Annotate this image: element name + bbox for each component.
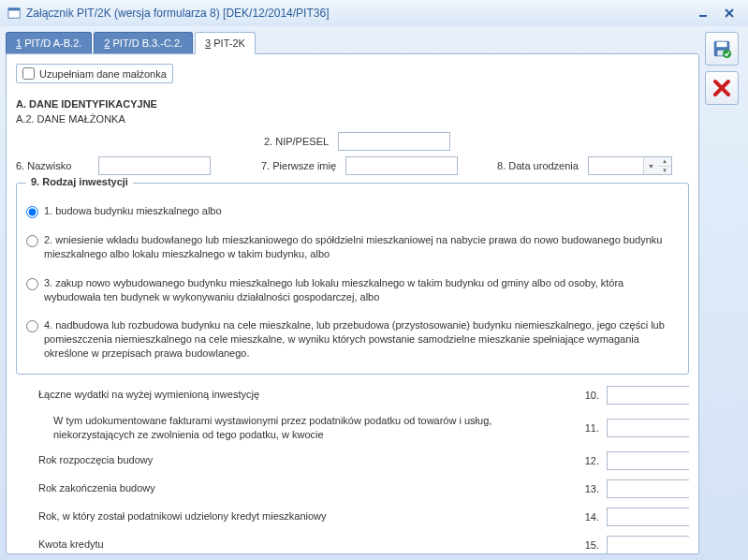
app-icon (7, 7, 21, 20)
data-urodzenia-dropdown[interactable]: ▼ ▲ ▼ (588, 156, 672, 175)
rodzaj-inwestycji-title: 9. Rodzaj inwestycji (26, 176, 133, 187)
tab-pit2k[interactable]: 3 PIT-2K (195, 32, 256, 54)
row14-input-wrap: ▲▼ (607, 508, 689, 526)
row15-label: Kwota kredytu (38, 538, 569, 552)
row12-label: Rok rozpoczęcia budowy (38, 453, 569, 467)
nazwisko-input[interactable] (98, 156, 211, 175)
chevron-down-icon[interactable]: ▼ (643, 157, 658, 174)
row13-input-wrap: ▲▼ (607, 479, 689, 498)
inv-radio-2[interactable] (26, 235, 38, 247)
titlebar: Załącznik PIT/2K (wersja formularza 8) [… (0, 0, 748, 26)
row13-input[interactable] (608, 480, 699, 497)
form-panel: Uzupełniam dane małżonka A. DANE IDENTYF… (6, 53, 699, 554)
nip-input[interactable] (338, 132, 450, 151)
imie-input[interactable] (345, 156, 458, 175)
spouse-checkbox-label: Uzupełniam dane małżonka (39, 68, 167, 80)
rodzaj-inwestycji-group: 9. Rodzaj inwestycji 1. budowa budynku m… (16, 183, 689, 375)
date-spin-down[interactable]: ▼ (658, 167, 671, 175)
spouse-checkbox-row[interactable]: Uzupełniam dane małżonka (16, 64, 173, 83)
inv-radio-1[interactable] (26, 206, 38, 218)
cancel-button[interactable] (705, 71, 739, 105)
row14-label: Rok, w który został podatnikowi udzielon… (38, 509, 569, 523)
inv-radio-4[interactable] (26, 320, 38, 332)
row12-num: 12. (569, 455, 599, 466)
row11-num: 11. (569, 422, 599, 434)
inv-label-2: 2. wniesienie wkładu budowlanego lub mie… (44, 233, 679, 261)
close-x-icon (712, 79, 731, 97)
side-toolbar (705, 32, 742, 554)
row10-num: 10. (569, 390, 599, 401)
row13-num: 13. (569, 483, 599, 494)
row10-label: Łączne wydatki na wyżej wymienioną inwes… (38, 388, 569, 402)
section-a-subtitle: A.2. DANE MAŁŻONKA (16, 113, 689, 125)
inv-label-4: 4. nadbudowa lub rozbudowa budynku na ce… (44, 318, 679, 361)
tab-pitd-b3c2[interactable]: 2 PIT/D B.3.-C.2. (94, 32, 193, 54)
imie-label: 7. Pierwsze imię (261, 160, 336, 171)
row12-input-wrap: ▲▼ (607, 451, 689, 470)
save-button[interactable] (705, 32, 739, 66)
svg-rect-6 (717, 42, 727, 48)
tab-pitd-ab2[interactable]: 1 PIT/D A-B.2. (6, 32, 92, 54)
row14-input[interactable] (608, 508, 699, 525)
nazwisko-label: 6. Nazwisko (16, 160, 89, 171)
row15-num: 15. (569, 539, 599, 551)
row10-input[interactable] (608, 387, 699, 404)
row11-input[interactable] (608, 420, 699, 436)
row11-label: W tym udokumentowane fakturami wystawion… (53, 414, 569, 442)
inv-label-1: 1. budowa budynku mieszkalnego albo (44, 204, 222, 218)
row13-label: Rok zakończenia budowy (38, 481, 569, 495)
close-button[interactable] (718, 5, 741, 22)
tab-bar: 1 PIT/D A-B.2. 2 PIT/D B.3.-C.2. 3 PIT-2… (6, 32, 699, 54)
data-label: 8. Data urodzenia (497, 160, 579, 171)
inv-label-3: 3. zakup nowo wybudowanego budynku miesz… (44, 276, 679, 304)
inv-radio-3[interactable] (26, 278, 38, 290)
window-title: Załącznik PIT/2K (wersja formularza 8) [… (26, 7, 329, 20)
svg-point-8 (723, 50, 731, 58)
row11-input-wrap: ▲▼ (607, 419, 689, 437)
row15-input[interactable] (608, 537, 699, 553)
row10-input-wrap: ▲▼ (607, 386, 689, 405)
data-urodzenia-value (589, 157, 643, 174)
row15-input-wrap: ▲▼ (607, 536, 689, 554)
section-a-title: A. DANE IDENTYFIKACYJNE (16, 98, 689, 110)
svg-rect-1 (8, 8, 20, 11)
date-spin-up[interactable]: ▲ (658, 157, 671, 167)
row14-num: 14. (569, 511, 599, 523)
row12-input[interactable] (608, 452, 699, 469)
minimize-button[interactable] (692, 5, 714, 22)
save-disk-icon (711, 38, 732, 59)
spouse-checkbox[interactable] (22, 67, 35, 80)
nip-label: 2. NIP/PESEL (264, 136, 329, 147)
